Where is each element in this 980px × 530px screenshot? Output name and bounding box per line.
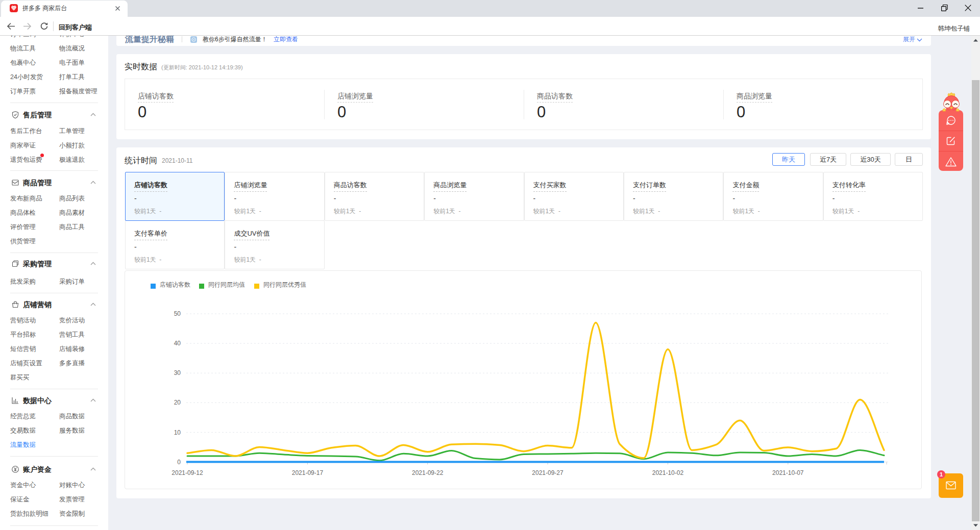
svg-text:40: 40 [174, 340, 181, 347]
svg-text:2021-09-27: 2021-09-27 [532, 469, 564, 476]
svg-text:0: 0 [177, 459, 181, 466]
svg-text:20: 20 [174, 399, 181, 406]
svg-text:2021-09-22: 2021-09-22 [412, 469, 444, 476]
svg-text:50: 50 [174, 310, 181, 317]
svg-text:2021-09-17: 2021-09-17 [292, 469, 324, 476]
svg-text:2021-10-02: 2021-10-02 [652, 469, 684, 476]
svg-text:2021-10-07: 2021-10-07 [772, 469, 804, 476]
svg-text:2021-09-12: 2021-09-12 [172, 469, 203, 476]
svg-text:30: 30 [174, 369, 181, 376]
svg-text:10: 10 [174, 429, 181, 436]
